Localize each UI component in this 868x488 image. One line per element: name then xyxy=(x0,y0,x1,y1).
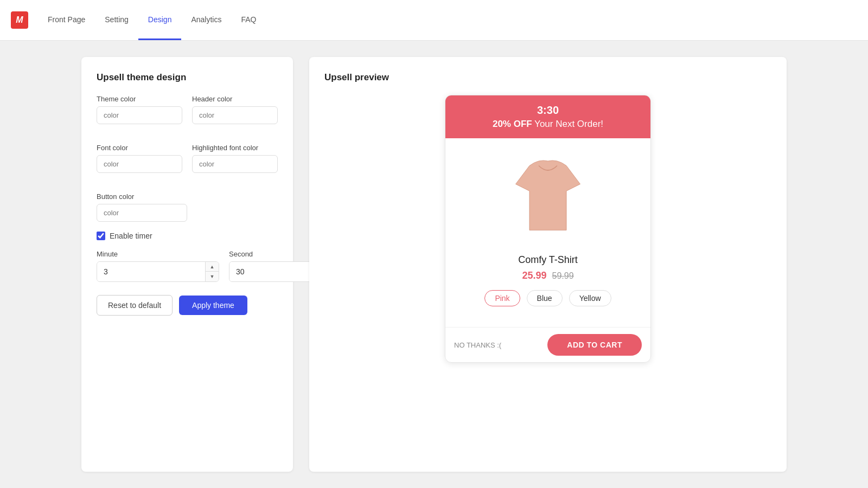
button-color-group: Button color xyxy=(97,192,278,222)
design-panel-title: Upsell theme design xyxy=(97,72,278,83)
product-name: Comfy T-Shirt xyxy=(518,254,578,266)
minute-up-button[interactable]: ▲ xyxy=(206,262,219,272)
sale-price: 25.99 xyxy=(522,270,546,281)
price-row: 25.99 59.99 xyxy=(522,270,573,281)
no-thanks-button[interactable]: NO THANKS :( xyxy=(454,341,501,349)
highlighted-font-color-group: Highlighted font color xyxy=(192,144,278,173)
minute-spinner: 3 ▲ ▼ xyxy=(97,261,219,282)
add-to-cart-button[interactable]: ADD TO CART xyxy=(547,334,642,356)
header-color-group: Header color xyxy=(192,95,278,124)
font-color-label: Font color xyxy=(97,144,182,152)
discount-bold: 20% OFF xyxy=(493,119,532,129)
top-bar: M Front Page Setting Design Analytics FA… xyxy=(0,0,868,41)
highlighted-font-color-label: Highlighted font color xyxy=(192,144,278,152)
minute-spinner-buttons: ▲ ▼ xyxy=(205,262,219,281)
variants-row: Pink Blue Yellow xyxy=(484,290,611,306)
minute-down-button[interactable]: ▼ xyxy=(206,272,219,281)
tab-design[interactable]: Design xyxy=(138,0,182,40)
minute-group: Minute 3 ▲ ▼ xyxy=(97,250,219,282)
tab-setting[interactable]: Setting xyxy=(95,0,138,40)
tshirt-svg xyxy=(502,152,594,244)
product-image xyxy=(499,149,597,247)
header-color-label: Header color xyxy=(192,95,278,103)
upsell-preview-card: 3:30 20% OFF Your Next Order! xyxy=(445,95,651,363)
enable-timer-row: Enable timer xyxy=(97,232,278,240)
reset-button[interactable]: Reset to default xyxy=(97,295,173,316)
timer-display: 3:30 xyxy=(454,104,642,117)
button-color-input[interactable] xyxy=(97,204,187,222)
preview-footer: NO THANKS :( ADD TO CART xyxy=(445,327,650,362)
timer-row: Minute 3 ▲ ▼ Second 30 ▲ ▼ xyxy=(97,250,278,282)
original-price: 59.99 xyxy=(552,271,574,281)
enable-timer-checkbox[interactable] xyxy=(97,232,105,240)
discount-rest: Your Next Order! xyxy=(532,119,603,129)
preview-header: 3:30 20% OFF Your Next Order! xyxy=(445,95,650,138)
discount-text: 20% OFF Your Next Order! xyxy=(454,119,642,130)
minute-label: Minute xyxy=(97,250,219,258)
color-row-2: Font color Highlighted font color xyxy=(97,144,278,183)
font-color-group: Font color xyxy=(97,144,182,173)
enable-timer-label: Enable timer xyxy=(110,232,152,240)
highlighted-font-color-input[interactable] xyxy=(192,155,278,173)
theme-color-label: Theme color xyxy=(97,95,182,103)
theme-color-group: Theme color xyxy=(97,95,182,124)
main-nav: Front Page Setting Design Analytics FAQ xyxy=(44,0,266,40)
apply-theme-button[interactable]: Apply theme xyxy=(179,296,247,315)
minute-input[interactable]: 3 xyxy=(97,262,205,281)
action-buttons: Reset to default Apply theme xyxy=(97,295,278,316)
app-logo: M xyxy=(11,11,28,29)
variant-yellow[interactable]: Yellow xyxy=(569,290,611,306)
variant-blue[interactable]: Blue xyxy=(527,290,563,306)
preview-panel: Upsell preview 3:30 20% OFF Your Next Or… xyxy=(309,57,787,472)
design-panel: Upsell theme design Theme color Header c… xyxy=(81,57,293,472)
variant-pink[interactable]: Pink xyxy=(484,290,520,306)
color-row-1: Theme color Header color xyxy=(97,95,278,134)
tab-faq[interactable]: FAQ xyxy=(231,0,266,40)
preview-body: Comfy T-Shirt 25.99 59.99 Pink Blue Yell… xyxy=(445,138,650,327)
theme-color-input[interactable] xyxy=(97,106,182,124)
header-color-input[interactable] xyxy=(192,106,278,124)
tab-front-page[interactable]: Front Page xyxy=(44,0,95,40)
preview-panel-title: Upsell preview xyxy=(324,72,771,83)
main-content: Upsell theme design Theme color Header c… xyxy=(0,41,868,488)
tab-analytics[interactable]: Analytics xyxy=(181,0,231,40)
button-color-label: Button color xyxy=(97,192,278,201)
font-color-input[interactable] xyxy=(97,155,182,173)
